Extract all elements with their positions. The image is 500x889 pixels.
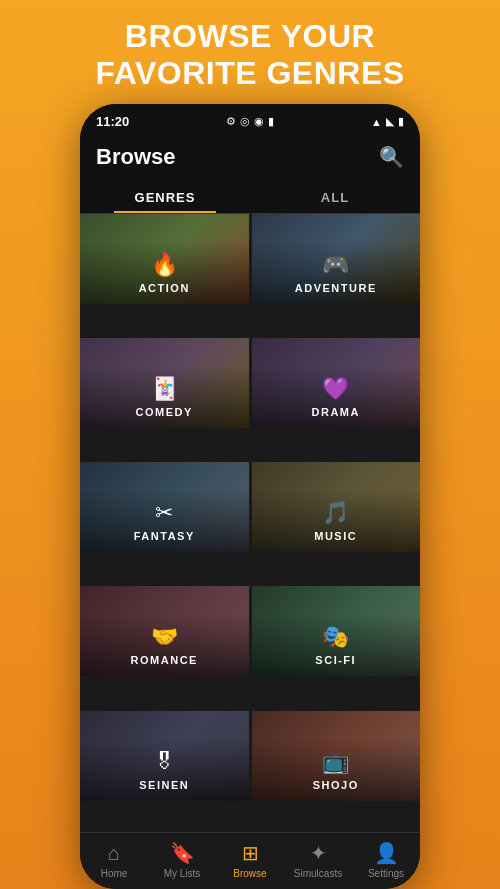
vpn-icon: ◎ <box>240 115 250 128</box>
search-button[interactable]: 🔍 <box>379 145 404 169</box>
home-icon: ⌂ <box>108 842 120 865</box>
settings-label: Settings <box>368 868 404 879</box>
shojo-label: SHOJO <box>313 779 359 791</box>
home-label: Home <box>101 868 128 879</box>
drama-label: DRAMA <box>312 406 360 418</box>
fantasy-icon: ✂ <box>155 500 173 526</box>
genre-card-scifi[interactable]: 🎭 SCI-FI <box>252 586 421 676</box>
settings-nav-icon: 👤 <box>374 841 399 865</box>
genre-grid: 🔥 ACTION 🎮 ADVENTURE 🃏 COMEDY 💜 DRAMA ✂ … <box>80 214 420 832</box>
music-label: MUSIC <box>314 530 357 542</box>
seinen-label: SEINEN <box>139 779 189 791</box>
promo-header: BROWSE YOUR FAVORITE GENRES <box>65 0 434 104</box>
comedy-icon: 🃏 <box>151 376 178 402</box>
wifi-icon: ▲ <box>371 116 382 128</box>
nav-item-settings[interactable]: 👤 Settings <box>352 841 420 879</box>
phone-frame: 11:20 ⚙ ◎ ◉ ▮ ▲ ◣ ▮ Browse 🔍 GENRES ALL … <box>80 104 420 889</box>
genre-card-romance[interactable]: 🤝 ROMANCE <box>80 586 249 676</box>
nav-item-my-lists[interactable]: 🔖 My Lists <box>148 841 216 879</box>
status-icons: ⚙ ◎ ◉ ▮ <box>226 115 274 128</box>
music-icon: 🎵 <box>322 500 349 526</box>
scifi-label: SCI-FI <box>315 654 356 666</box>
scifi-icon: 🎭 <box>322 624 349 650</box>
genre-card-music[interactable]: 🎵 MUSIC <box>252 462 421 552</box>
data-icon: ◉ <box>254 115 264 128</box>
tab-genres[interactable]: GENRES <box>80 180 250 213</box>
my-lists-icon: 🔖 <box>170 841 195 865</box>
seinen-icon: 🎖 <box>153 749 175 775</box>
browse-label: Browse <box>233 868 266 879</box>
header-line1: BROWSE YOUR <box>125 18 375 54</box>
genre-card-action[interactable]: 🔥 ACTION <box>80 214 249 304</box>
genre-card-drama[interactable]: 💜 DRAMA <box>252 338 421 428</box>
fantasy-label: FANTASY <box>134 530 195 542</box>
my-lists-label: My Lists <box>164 868 201 879</box>
nav-item-simulcasts[interactable]: ✦ Simulcasts <box>284 841 352 879</box>
status-bar: 11:20 ⚙ ◎ ◉ ▮ ▲ ◣ ▮ <box>80 104 420 136</box>
romance-label: ROMANCE <box>131 654 198 666</box>
adventure-label: ADVENTURE <box>295 282 377 294</box>
settings-icon: ⚙ <box>226 115 236 128</box>
genre-card-shojo[interactable]: 📺 SHOJO <box>252 711 421 801</box>
status-time: 11:20 <box>96 114 129 129</box>
genre-card-fantasy[interactable]: ✂ FANTASY <box>80 462 249 552</box>
header-line2: FAVORITE GENRES <box>95 55 404 91</box>
adventure-icon: 🎮 <box>322 252 349 278</box>
bottom-nav: ⌂ Home 🔖 My Lists ⊞ Browse ✦ Simulcasts … <box>80 832 420 889</box>
app-bar: Browse 🔍 <box>80 136 420 180</box>
action-icon: 🔥 <box>151 252 178 278</box>
genre-card-seinen[interactable]: 🎖 SEINEN <box>80 711 249 801</box>
battery-right-icon: ▮ <box>398 115 404 128</box>
comedy-label: COMEDY <box>136 406 193 418</box>
drama-icon: 💜 <box>322 376 349 402</box>
tabs-bar: GENRES ALL <box>80 180 420 214</box>
action-label: ACTION <box>139 282 190 294</box>
nav-item-home[interactable]: ⌂ Home <box>80 842 148 879</box>
genre-card-adventure[interactable]: 🎮 ADVENTURE <box>252 214 421 304</box>
shojo-icon: 📺 <box>322 749 349 775</box>
app-bar-title: Browse <box>96 144 175 170</box>
browse-icon: ⊞ <box>242 841 259 865</box>
genre-card-comedy[interactable]: 🃏 COMEDY <box>80 338 249 428</box>
nav-item-browse[interactable]: ⊞ Browse <box>216 841 284 879</box>
romance-icon: 🤝 <box>151 624 178 650</box>
simulcasts-label: Simulcasts <box>294 868 342 879</box>
tab-all[interactable]: ALL <box>250 180 420 213</box>
status-right: ▲ ◣ ▮ <box>371 115 404 128</box>
battery-icon: ▮ <box>268 115 274 128</box>
signal-icon: ◣ <box>386 115 394 128</box>
simulcasts-icon: ✦ <box>310 841 327 865</box>
